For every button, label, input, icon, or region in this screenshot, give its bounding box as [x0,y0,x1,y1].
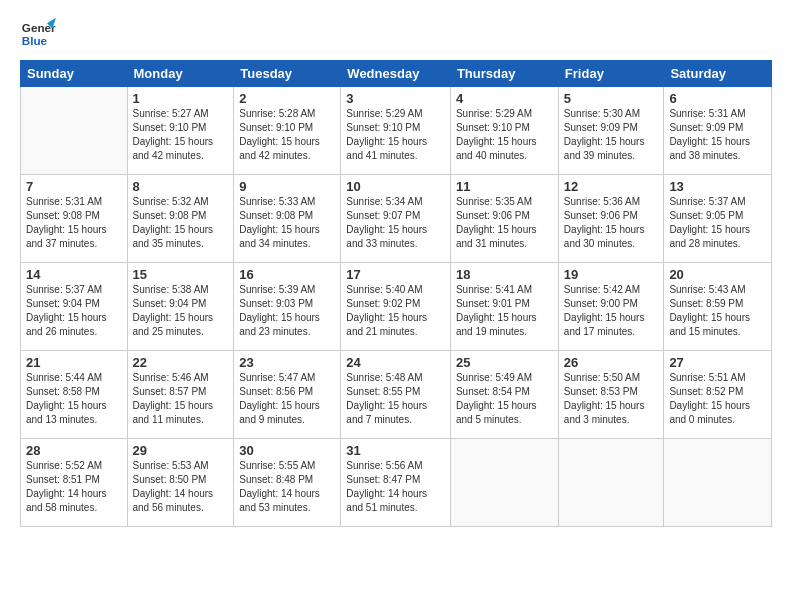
day-cell [450,439,558,527]
day-cell: 11Sunrise: 5:35 AM Sunset: 9:06 PM Dayli… [450,175,558,263]
day-info: Sunrise: 5:27 AM Sunset: 9:10 PM Dayligh… [133,107,229,163]
day-cell: 10Sunrise: 5:34 AM Sunset: 9:07 PM Dayli… [341,175,451,263]
day-cell [664,439,772,527]
day-number: 15 [133,267,229,282]
week-row-5: 28Sunrise: 5:52 AM Sunset: 8:51 PM Dayli… [21,439,772,527]
day-number: 20 [669,267,766,282]
day-info: Sunrise: 5:52 AM Sunset: 8:51 PM Dayligh… [26,459,122,515]
day-cell: 17Sunrise: 5:40 AM Sunset: 9:02 PM Dayli… [341,263,451,351]
day-info: Sunrise: 5:35 AM Sunset: 9:06 PM Dayligh… [456,195,553,251]
day-cell: 22Sunrise: 5:46 AM Sunset: 8:57 PM Dayli… [127,351,234,439]
day-info: Sunrise: 5:33 AM Sunset: 9:08 PM Dayligh… [239,195,335,251]
day-number: 6 [669,91,766,106]
day-info: Sunrise: 5:46 AM Sunset: 8:57 PM Dayligh… [133,371,229,427]
day-number: 17 [346,267,445,282]
day-number: 30 [239,443,335,458]
day-cell: 26Sunrise: 5:50 AM Sunset: 8:53 PM Dayli… [558,351,664,439]
day-cell: 18Sunrise: 5:41 AM Sunset: 9:01 PM Dayli… [450,263,558,351]
day-number: 19 [564,267,659,282]
day-info: Sunrise: 5:50 AM Sunset: 8:53 PM Dayligh… [564,371,659,427]
day-cell: 16Sunrise: 5:39 AM Sunset: 9:03 PM Dayli… [234,263,341,351]
day-cell: 5Sunrise: 5:30 AM Sunset: 9:09 PM Daylig… [558,87,664,175]
day-info: Sunrise: 5:30 AM Sunset: 9:09 PM Dayligh… [564,107,659,163]
day-cell: 19Sunrise: 5:42 AM Sunset: 9:00 PM Dayli… [558,263,664,351]
day-info: Sunrise: 5:37 AM Sunset: 9:05 PM Dayligh… [669,195,766,251]
day-info: Sunrise: 5:55 AM Sunset: 8:48 PM Dayligh… [239,459,335,515]
header-row: SundayMondayTuesdayWednesdayThursdayFrid… [21,61,772,87]
day-number: 25 [456,355,553,370]
day-info: Sunrise: 5:34 AM Sunset: 9:07 PM Dayligh… [346,195,445,251]
day-cell: 2Sunrise: 5:28 AM Sunset: 9:10 PM Daylig… [234,87,341,175]
day-number: 5 [564,91,659,106]
week-row-1: 1Sunrise: 5:27 AM Sunset: 9:10 PM Daylig… [21,87,772,175]
day-cell [558,439,664,527]
day-cell: 21Sunrise: 5:44 AM Sunset: 8:58 PM Dayli… [21,351,128,439]
day-cell: 25Sunrise: 5:49 AM Sunset: 8:54 PM Dayli… [450,351,558,439]
day-number: 31 [346,443,445,458]
day-number: 10 [346,179,445,194]
day-cell: 9Sunrise: 5:33 AM Sunset: 9:08 PM Daylig… [234,175,341,263]
day-cell: 24Sunrise: 5:48 AM Sunset: 8:55 PM Dayli… [341,351,451,439]
day-cell: 4Sunrise: 5:29 AM Sunset: 9:10 PM Daylig… [450,87,558,175]
day-number: 16 [239,267,335,282]
day-number: 2 [239,91,335,106]
day-number: 4 [456,91,553,106]
day-info: Sunrise: 5:53 AM Sunset: 8:50 PM Dayligh… [133,459,229,515]
calendar-table: SundayMondayTuesdayWednesdayThursdayFrid… [20,60,772,527]
day-cell: 29Sunrise: 5:53 AM Sunset: 8:50 PM Dayli… [127,439,234,527]
day-info: Sunrise: 5:31 AM Sunset: 9:09 PM Dayligh… [669,107,766,163]
day-info: Sunrise: 5:38 AM Sunset: 9:04 PM Dayligh… [133,283,229,339]
day-number: 14 [26,267,122,282]
day-cell: 15Sunrise: 5:38 AM Sunset: 9:04 PM Dayli… [127,263,234,351]
day-info: Sunrise: 5:41 AM Sunset: 9:01 PM Dayligh… [456,283,553,339]
header-cell-wednesday: Wednesday [341,61,451,87]
day-info: Sunrise: 5:29 AM Sunset: 9:10 PM Dayligh… [456,107,553,163]
day-number: 1 [133,91,229,106]
day-cell: 23Sunrise: 5:47 AM Sunset: 8:56 PM Dayli… [234,351,341,439]
day-cell: 27Sunrise: 5:51 AM Sunset: 8:52 PM Dayli… [664,351,772,439]
svg-text:Blue: Blue [22,34,48,47]
header-cell-monday: Monday [127,61,234,87]
day-info: Sunrise: 5:29 AM Sunset: 9:10 PM Dayligh… [346,107,445,163]
day-info: Sunrise: 5:32 AM Sunset: 9:08 PM Dayligh… [133,195,229,251]
day-info: Sunrise: 5:48 AM Sunset: 8:55 PM Dayligh… [346,371,445,427]
logo: General Blue [20,16,56,52]
day-info: Sunrise: 5:31 AM Sunset: 9:08 PM Dayligh… [26,195,122,251]
header-cell-friday: Friday [558,61,664,87]
header-cell-sunday: Sunday [21,61,128,87]
day-info: Sunrise: 5:51 AM Sunset: 8:52 PM Dayligh… [669,371,766,427]
week-row-2: 7Sunrise: 5:31 AM Sunset: 9:08 PM Daylig… [21,175,772,263]
day-cell: 13Sunrise: 5:37 AM Sunset: 9:05 PM Dayli… [664,175,772,263]
day-number: 9 [239,179,335,194]
day-cell: 8Sunrise: 5:32 AM Sunset: 9:08 PM Daylig… [127,175,234,263]
day-info: Sunrise: 5:36 AM Sunset: 9:06 PM Dayligh… [564,195,659,251]
day-number: 28 [26,443,122,458]
day-info: Sunrise: 5:28 AM Sunset: 9:10 PM Dayligh… [239,107,335,163]
day-info: Sunrise: 5:42 AM Sunset: 9:00 PM Dayligh… [564,283,659,339]
day-cell: 12Sunrise: 5:36 AM Sunset: 9:06 PM Dayli… [558,175,664,263]
day-number: 26 [564,355,659,370]
day-info: Sunrise: 5:47 AM Sunset: 8:56 PM Dayligh… [239,371,335,427]
day-cell: 6Sunrise: 5:31 AM Sunset: 9:09 PM Daylig… [664,87,772,175]
day-info: Sunrise: 5:39 AM Sunset: 9:03 PM Dayligh… [239,283,335,339]
day-number: 18 [456,267,553,282]
day-number: 29 [133,443,229,458]
week-row-3: 14Sunrise: 5:37 AM Sunset: 9:04 PM Dayli… [21,263,772,351]
day-cell: 7Sunrise: 5:31 AM Sunset: 9:08 PM Daylig… [21,175,128,263]
day-cell: 28Sunrise: 5:52 AM Sunset: 8:51 PM Dayli… [21,439,128,527]
day-cell: 31Sunrise: 5:56 AM Sunset: 8:47 PM Dayli… [341,439,451,527]
day-number: 24 [346,355,445,370]
day-info: Sunrise: 5:43 AM Sunset: 8:59 PM Dayligh… [669,283,766,339]
day-cell: 20Sunrise: 5:43 AM Sunset: 8:59 PM Dayli… [664,263,772,351]
week-row-4: 21Sunrise: 5:44 AM Sunset: 8:58 PM Dayli… [21,351,772,439]
day-cell [21,87,128,175]
day-info: Sunrise: 5:56 AM Sunset: 8:47 PM Dayligh… [346,459,445,515]
day-number: 8 [133,179,229,194]
page-header: General Blue [20,16,772,52]
day-cell: 30Sunrise: 5:55 AM Sunset: 8:48 PM Dayli… [234,439,341,527]
day-number: 21 [26,355,122,370]
day-info: Sunrise: 5:44 AM Sunset: 8:58 PM Dayligh… [26,371,122,427]
logo-icon: General Blue [20,16,56,52]
day-number: 22 [133,355,229,370]
day-info: Sunrise: 5:37 AM Sunset: 9:04 PM Dayligh… [26,283,122,339]
